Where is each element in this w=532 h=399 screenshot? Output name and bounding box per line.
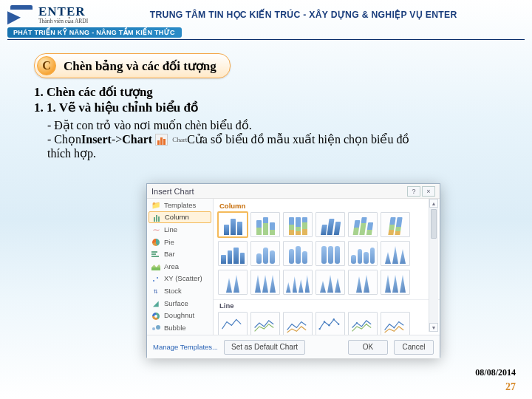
chart-thumb[interactable] — [218, 270, 248, 295]
dialog-titlebar: Insert Chart ? × — [147, 184, 440, 199]
logo-icon — [7, 5, 34, 24]
chart-thumb[interactable] — [348, 212, 378, 237]
bullet-2: - Chọn Insert -> Chart Chart Cửa sổ biểu… — [47, 132, 498, 146]
chart-thumb[interactable] — [381, 312, 410, 335]
chip-letter: C — [37, 56, 56, 75]
chart-thumb[interactable] — [250, 241, 280, 266]
chart-thumb[interactable] — [283, 241, 313, 266]
chart-gallery: Column — [214, 199, 440, 335]
cancel-button[interactable]: Cancel — [394, 340, 434, 355]
chart-thumb[interactable] — [381, 241, 410, 266]
ok-button[interactable]: OK — [348, 340, 388, 355]
column-row-1 — [214, 212, 440, 241]
chart-thumb[interactable] — [316, 241, 345, 266]
chart-thumb[interactable] — [250, 212, 280, 237]
svg-point-1 — [324, 321, 325, 322]
dialog-footer: Manage Templates... Set as Default Chart… — [147, 335, 440, 358]
sidebar-item-surface[interactable]: ◢Surface — [147, 297, 213, 310]
slide-header: ENTER Thành viên của ARDI TRUNG TÂM TIN … — [0, 0, 532, 24]
heading-1: 1. Chèn các đối tượng — [34, 84, 498, 100]
center-title: TRUNG TÂM TIN HỌC KIẾN TRÚC - XÂY DỰNG &… — [88, 10, 525, 20]
chart-icon-label: Chart — [172, 136, 187, 143]
promo-bar: PHÁT TRIỂN KỸ NĂNG - NÂNG TẦM KIẾN THỨC — [7, 27, 182, 38]
heading-2: 1. 1. Vẽ và hiệu chỉnh biểu đồ — [34, 100, 498, 115]
sidebar-item-templates[interactable]: 📁Templates — [147, 199, 213, 211]
chart-thumb[interactable] — [316, 212, 345, 237]
bullet-1: - Đặt con trỏ vào nơi muốn chèn biểu đồ. — [47, 118, 498, 132]
section-chip: C Chèn bảng và các đối tượng — [34, 53, 231, 78]
content-area: C Chèn bảng và các đối tượng 1. Chèn các… — [0, 47, 532, 160]
manage-templates-link[interactable]: Manage Templates... — [153, 343, 218, 351]
logo-brand: ENTER — [38, 4, 88, 19]
chart-icon — [155, 134, 168, 146]
sidebar-item-doughnut[interactable]: Doughnut — [147, 309, 213, 321]
slide-footer: 08/08/2014 27 — [475, 367, 516, 393]
footer-date: 08/08/2014 — [475, 367, 516, 378]
scroll-up-icon[interactable]: ▲ — [429, 199, 438, 208]
chart-thumb[interactable] — [316, 312, 345, 335]
group-label-line: Line — [214, 300, 440, 312]
sidebar-item-radar[interactable]: ✱Radar — [147, 334, 213, 335]
logo-subtitle: Thành viên của ARDI — [38, 18, 88, 24]
chart-thumb[interactable] — [218, 212, 248, 237]
sidebar-item-bar[interactable]: Bar — [147, 248, 213, 260]
category-sidebar: 📁Templates Column ⁓Line Pie Bar Area XY … — [147, 199, 214, 335]
svg-point-4 — [338, 324, 339, 325]
scroll-down-icon[interactable]: ▼ — [429, 323, 438, 332]
chart-thumb[interactable] — [348, 241, 378, 266]
set-default-button[interactable]: Set as Default Chart — [224, 340, 305, 355]
sidebar-item-line[interactable]: ⁓Line — [147, 223, 213, 236]
chart-thumb[interactable] — [283, 312, 313, 335]
close-button[interactable]: × — [422, 186, 435, 197]
sidebar-item-area[interactable]: Area — [147, 260, 213, 273]
group-label-column: Column — [214, 200, 440, 212]
chart-thumb[interactable] — [381, 212, 410, 237]
chart-thumb[interactable] — [218, 312, 248, 335]
chart-thumb[interactable] — [348, 312, 378, 335]
chart-thumb[interactable] — [250, 270, 280, 295]
logo: ENTER Thành viên của ARDI — [7, 4, 88, 24]
sidebar-item-bubble[interactable]: Bubble — [147, 321, 213, 334]
scroll-thumb[interactable] — [431, 209, 437, 239]
bullet-3: thích hợp. — [47, 146, 498, 160]
svg-point-6 — [366, 324, 367, 325]
chip-title: Chèn bảng và các đối tượng — [64, 58, 216, 74]
sidebar-item-column[interactable]: Column — [149, 211, 211, 224]
bullet-list: - Đặt con trỏ vào nơi muốn chèn biểu đồ.… — [47, 118, 498, 160]
line-row — [214, 312, 440, 335]
chart-thumb[interactable] — [250, 312, 280, 335]
chart-thumb[interactable] — [316, 270, 345, 295]
chart-thumb[interactable] — [218, 241, 248, 266]
chart-thumb[interactable] — [283, 212, 313, 237]
footer-page: 27 — [475, 381, 516, 393]
header-rule — [7, 39, 525, 40]
help-button[interactable]: ? — [407, 186, 420, 197]
svg-point-3 — [333, 318, 335, 320]
chart-thumb[interactable] — [283, 270, 313, 295]
chart-thumb[interactable] — [348, 270, 378, 295]
column-row-3 — [214, 270, 440, 299]
sidebar-item-xy[interactable]: XY (Scatter) — [147, 273, 213, 285]
svg-point-2 — [328, 324, 330, 326]
svg-point-0 — [318, 328, 320, 330]
svg-point-5 — [356, 322, 358, 324]
column-row-2 — [214, 241, 440, 270]
dialog-body: 📁Templates Column ⁓Line Pie Bar Area XY … — [147, 199, 440, 335]
gallery-scrollbar[interactable]: ▲ ▼ — [429, 199, 438, 332]
chart-thumb[interactable] — [381, 270, 410, 295]
insert-chart-dialog: Insert Chart ? × 📁Templates Column ⁓Line… — [146, 183, 440, 358]
sidebar-item-pie[interactable]: Pie — [147, 236, 213, 248]
svg-point-7 — [393, 327, 395, 328]
logo-text: ENTER Thành viên của ARDI — [38, 4, 88, 24]
sidebar-item-stock[interactable]: ⇅Stock — [147, 284, 213, 297]
dialog-title: Insert Chart — [151, 187, 194, 196]
